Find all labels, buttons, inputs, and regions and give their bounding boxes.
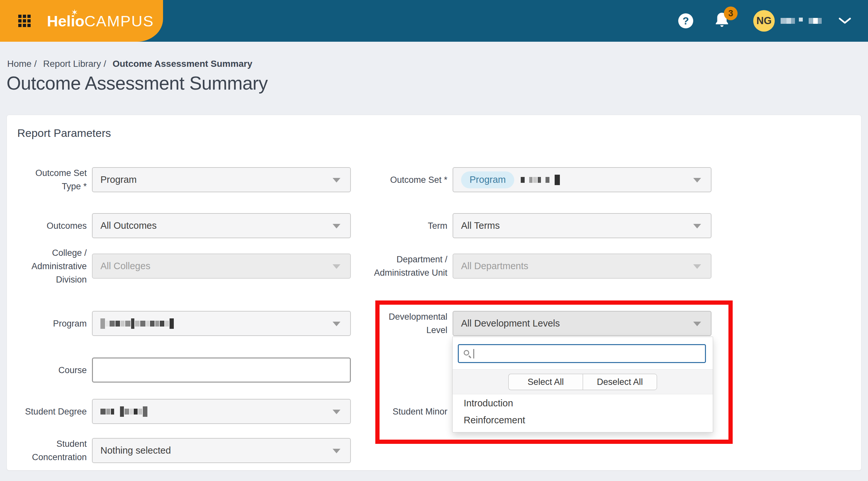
program-select[interactable] <box>92 311 351 336</box>
department-unit-label: Department / Administrative Unit <box>363 253 447 280</box>
outcomes-select[interactable]: All Outcomes <box>92 213 351 238</box>
outcomes-label: Outcomes <box>18 219 87 232</box>
chevron-down-icon <box>333 449 340 453</box>
logo-starburst-icon: ✶ <box>71 8 78 17</box>
select-value: All Outcomes <box>100 220 156 231</box>
field-row: Student Concentration Nothing selected <box>18 438 351 463</box>
department-unit-select: All Departments <box>453 254 712 279</box>
field-row: Outcome Set Type * Program <box>18 167 351 192</box>
brand-logo: HelioCAMPUS ✶ <box>47 13 154 29</box>
redacted-value <box>100 318 175 329</box>
field-row: Developmental Level All Development Leve… <box>363 311 712 336</box>
field-row: Program <box>18 311 351 336</box>
field-row: Course <box>18 357 351 383</box>
section-heading: Report Parameters <box>17 127 111 139</box>
app-header: HelioCAMPUS ✶ ? 3 NG <box>0 0 868 42</box>
student-minor-label: Student Minor <box>363 405 447 418</box>
developmental-level-dropdown: Select All Deselect All Introduction Rei… <box>452 336 713 432</box>
course-input[interactable] <box>92 357 351 383</box>
term-label: Term <box>363 219 447 232</box>
report-parameters-card: Report Parameters Outcome Set Type * Pro… <box>6 115 862 471</box>
program-chip: Program <box>461 171 514 188</box>
breadcrumb-home[interactable]: Home <box>7 59 32 69</box>
outcome-set-select[interactable]: Program <box>453 167 712 192</box>
select-value: Nothing selected <box>100 445 171 456</box>
help-icon[interactable]: ? <box>678 13 693 28</box>
select-buttons-group: Select All Deselect All <box>508 374 657 390</box>
dropdown-option-reinforcement[interactable]: Reinforcement <box>453 412 713 428</box>
outcome-set-label: Outcome Set * <box>363 173 447 186</box>
chevron-down-icon <box>333 264 340 269</box>
breadcrumb-current: Outcome Assessment Summary <box>113 59 252 69</box>
redacted-value <box>521 175 560 185</box>
breadcrumb: Home/ Report Library/ Outcome Assessment… <box>7 59 252 69</box>
field-row: Student Degree <box>18 399 351 424</box>
student-degree-select[interactable] <box>92 399 351 424</box>
apps-grid-icon[interactable] <box>18 15 31 27</box>
chevron-down-icon <box>333 224 340 228</box>
brand-light-text: CAMPUS <box>85 12 154 30</box>
field-row: Term All Terms <box>363 213 712 238</box>
breadcrumb-separator: / <box>104 59 106 69</box>
select-value: All Departments <box>461 261 528 271</box>
dropdown-search-input[interactable] <box>458 344 706 363</box>
developmental-level-select[interactable]: All Development Levels <box>453 311 712 336</box>
program-label: Program <box>18 317 87 330</box>
outcome-set-type-label: Outcome Set Type * <box>18 166 87 193</box>
college-division-select: All Colleges <box>92 254 351 279</box>
user-name-redacted <box>781 18 822 24</box>
student-degree-label: Student Degree <box>18 405 87 418</box>
select-value: All Terms <box>461 220 500 231</box>
field-row: College / Administrative Division All Co… <box>18 254 351 279</box>
deselect-all-button[interactable]: Deselect All <box>583 374 657 390</box>
redacted-value <box>100 406 148 417</box>
field-row: Outcomes All Outcomes <box>18 213 351 238</box>
college-division-label: College / Administrative Division <box>18 246 87 286</box>
avatar[interactable]: NG <box>753 10 775 32</box>
chevron-down-icon <box>693 322 701 326</box>
chevron-down-icon <box>333 410 340 414</box>
notification-badge: 3 <box>724 6 738 20</box>
breadcrumb-report-library[interactable]: Report Library <box>43 59 101 69</box>
chevron-down-icon <box>333 178 340 183</box>
developmental-level-label: Developmental Level <box>363 310 447 337</box>
select-value: All Development Levels <box>461 318 560 329</box>
help-glyph: ? <box>682 15 689 27</box>
dropdown-option-introduction[interactable]: Introduction <box>453 395 713 412</box>
outcome-set-type-select[interactable]: Program <box>92 167 351 192</box>
field-row: Outcome Set * Program <box>363 167 712 192</box>
select-value: All Colleges <box>100 261 150 271</box>
chevron-down-icon <box>693 224 701 228</box>
select-value: Program <box>100 174 136 185</box>
student-concentration-select[interactable]: Nothing selected <box>92 438 351 463</box>
dropdown-options: Introduction Reinforcement <box>453 395 713 428</box>
course-label: Course <box>18 363 87 377</box>
header-actions: ? 3 NG <box>678 0 851 42</box>
term-select[interactable]: All Terms <box>453 213 712 238</box>
notifications-button[interactable]: 3 <box>714 12 730 30</box>
select-all-button[interactable]: Select All <box>508 374 583 390</box>
page-title: Outcome Assessment Summary <box>6 72 268 94</box>
breadcrumb-separator: / <box>34 59 37 69</box>
chevron-down-icon[interactable] <box>839 18 851 24</box>
chevron-down-icon <box>693 264 701 269</box>
chevron-down-icon <box>693 178 701 183</box>
brand-bold-text: Helio <box>47 12 85 30</box>
brand-block: HelioCAMPUS ✶ <box>0 0 163 42</box>
field-row: Department / Administrative Unit All Dep… <box>363 254 712 279</box>
chevron-down-icon <box>333 322 340 326</box>
dropdown-actions-strip: Select All Deselect All <box>453 369 713 394</box>
student-concentration-label: Student Concentration <box>18 437 87 464</box>
